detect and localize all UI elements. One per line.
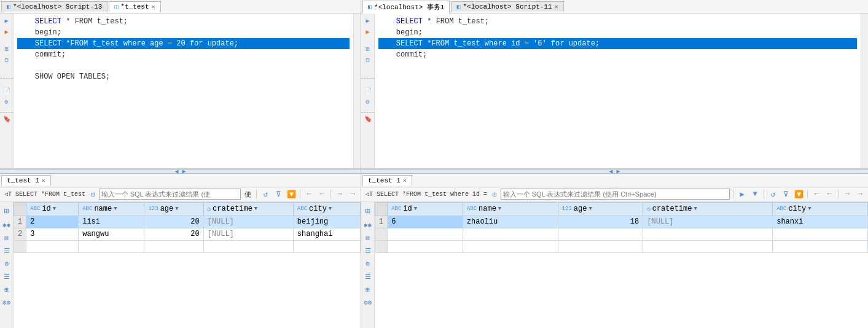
left-table-icon7[interactable]: ⊞	[3, 284, 10, 295]
right-table-icon2[interactable]: ✱✱	[362, 220, 373, 230]
settings-icon[interactable]: ⚙	[2, 97, 12, 107]
age-type-icon: 123	[148, 206, 158, 212]
left-arrow-right2-icon[interactable]: →	[347, 189, 358, 200]
right-tab-shiwu[interactable]: ◧ *<localhost> 事务1	[362, 1, 450, 14]
left-table-icon2[interactable]: ✱✱	[1, 220, 12, 230]
right-split-handle[interactable]: ◀ ▶	[361, 169, 868, 174]
right-name-sort-icon[interactable]: ▼	[498, 206, 501, 212]
left-toolbar-sep1	[256, 190, 257, 198]
left-col-city[interactable]: ABC city ▼	[293, 202, 360, 216]
id-sort-icon[interactable]: ▼	[53, 206, 56, 212]
right-table-icon1[interactable]: ⊞	[364, 205, 371, 217]
right-results-tab[interactable]: t_test 1 ✕	[362, 175, 412, 185]
left-table-icon5[interactable]: ⚙	[3, 259, 10, 269]
right-grid-icon[interactable]: ⊞	[363, 44, 373, 54]
right-table-icon8[interactable]: ⚙⚙	[362, 297, 373, 308]
right-table-icon3[interactable]: ⊠	[364, 233, 371, 243]
right-bookmark-icon[interactable]: 🔖	[363, 114, 373, 124]
right-col-city[interactable]: ABC city ▼	[773, 202, 868, 216]
right-filter-icon[interactable]: ⊽	[780, 189, 791, 200]
right-cratetime-sort-icon[interactable]: ▼	[694, 206, 697, 212]
right-arrow-right2-icon[interactable]: →	[854, 189, 866, 200]
right-tab-script11-close[interactable]: ✕	[555, 3, 558, 10]
right-editor-scrollbar[interactable]	[861, 14, 868, 168]
left-table-row-1[interactable]: 1 2 lisi 20 [NULL] beijing	[14, 216, 361, 228]
left-results-tab-close[interactable]: ✕	[42, 177, 45, 184]
left-editor-scrollbar[interactable]	[353, 14, 361, 168]
city-sort-icon[interactable]: ▼	[329, 206, 332, 212]
left-tab-ttest-close[interactable]: ✕	[152, 3, 155, 10]
left-col-name[interactable]: ABC name ▼	[79, 202, 144, 216]
left-filter-input[interactable]	[99, 189, 241, 200]
name-sort-icon[interactable]: ▼	[114, 206, 117, 212]
right-arrow-right-icon[interactable]: →	[842, 189, 853, 200]
right-grid-icon2[interactable]: ⊟	[363, 55, 373, 65]
right-tab-script11[interactable]: ◧ *<localhost> Script-11 ✕	[451, 1, 563, 12]
right-code-line-3: SELECT *FROM t_test where id = '6' for u…	[378, 38, 857, 49]
cratetime-sort-icon[interactable]: ▼	[254, 206, 257, 212]
left-arrow-left2-icon[interactable]: ←	[316, 189, 327, 200]
right-code-editor[interactable]: SELECT * FROM t_test; begin; SELECT *FRO…	[375, 14, 861, 168]
right-toolbar-run-btn[interactable]: ⊡	[491, 190, 499, 199]
bookmark-icon[interactable]: 🔖	[2, 114, 12, 124]
left-filter-icon[interactable]: ⊽	[273, 189, 284, 200]
left-table-row-2[interactable]: 2 3 wangwu 20 [NULL] shanghai	[14, 228, 361, 240]
run-icon[interactable]: ▶	[2, 16, 12, 26]
right-col-cratetime[interactable]: ◷ cratetime ▼	[643, 202, 773, 216]
right-data-table-container[interactable]: ABC id ▼ ABC name ▼	[375, 202, 868, 329]
left-toolbar-run-btn[interactable]: ⊡	[89, 190, 97, 199]
left-table-icon3[interactable]: ⊠	[3, 233, 10, 243]
right-settings-icon[interactable]: ⚙	[363, 97, 373, 107]
right-refresh-icon[interactable]: ↺	[767, 189, 778, 200]
right-funnel-icon[interactable]: 🔽	[793, 189, 804, 200]
right-arrow-left-icon[interactable]: ←	[811, 189, 822, 200]
age-sort-icon[interactable]: ▼	[175, 206, 178, 212]
left-col-cratetime-label: cratetime	[213, 205, 252, 213]
left-code-editor[interactable]: SELECT * FROM t_test; begin; SELECT *FRO…	[14, 14, 353, 168]
right-city-sort-icon[interactable]: ▼	[808, 206, 811, 212]
grid-icon2[interactable]: ⊟	[2, 55, 12, 65]
left-row2-num: 2	[14, 228, 26, 240]
right-arrow-left2-icon[interactable]: ←	[824, 189, 835, 200]
left-toolbar-sep3	[330, 190, 331, 198]
left-tab-script13[interactable]: ◧ *<localhost> Script-13	[1, 1, 108, 12]
right-table-icon4[interactable]: ☰	[364, 246, 372, 256]
left-table-icon4[interactable]: ☰	[2, 246, 11, 256]
left-split-handle[interactable]: ◀ ▶	[0, 169, 361, 174]
run-icon2[interactable]: ▶	[2, 27, 12, 37]
right-run-icon2[interactable]: ▶	[363, 27, 373, 37]
right-col-name[interactable]: ABC name ▼	[463, 202, 558, 216]
left-table-icon8[interactable]: ⚙⚙	[1, 297, 12, 308]
right-run-icon[interactable]: ▶	[363, 16, 373, 26]
right-table-row-1[interactable]: 1 6 zhaoliu 18 [NULL] shanxi	[375, 216, 868, 228]
right-play-icon[interactable]: ▶	[737, 189, 748, 200]
right-dropdown-icon[interactable]: ▼	[749, 189, 760, 200]
export-icon[interactable]: 📄	[2, 86, 12, 96]
left-table-icon6[interactable]: ☰	[2, 271, 11, 282]
left-data-table-container[interactable]: ABC id ▼ ABC name ▼	[14, 202, 361, 329]
left-arrow-left-icon[interactable]: ←	[303, 189, 315, 200]
left-toolbar-use-btn[interactable]: 使	[243, 189, 253, 200]
right-col-age-label: age	[574, 205, 587, 213]
right-id-sort-icon[interactable]: ▼	[414, 206, 417, 212]
right-table-icon5[interactable]: ⚙	[364, 259, 371, 269]
left-tab-ttest[interactable]: ◫ *t_test ✕	[109, 1, 160, 12]
left-table-icon1[interactable]: ⊞	[2, 205, 10, 217]
right-filter-input[interactable]	[501, 189, 730, 200]
left-col-age[interactable]: 123 age ▼	[144, 202, 203, 216]
right-table-icon7[interactable]: ⊞	[364, 284, 371, 295]
left-col-id[interactable]: ABC id ▼	[26, 202, 79, 216]
right-results-tab-close[interactable]: ✕	[403, 177, 407, 184]
left-results-tab[interactable]: t_test 1 ✕	[1, 175, 51, 185]
left-arrow-right-icon[interactable]: →	[334, 189, 345, 200]
left-col-cratetime[interactable]: ◷ cratetime ▼	[203, 202, 293, 216]
right-row3-id	[388, 240, 463, 252]
right-col-id[interactable]: ABC id ▼	[388, 202, 463, 216]
right-age-sort-icon[interactable]: ▼	[588, 206, 592, 212]
right-table-icon6[interactable]: ☰	[364, 271, 372, 282]
grid-icon[interactable]: ⊞	[2, 44, 12, 54]
left-refresh-icon[interactable]: ↺	[260, 189, 271, 200]
right-export-icon[interactable]: 📄	[363, 86, 373, 96]
right-col-age[interactable]: 123 age ▼	[558, 202, 643, 216]
left-funnel-icon[interactable]: 🔽	[286, 189, 297, 200]
